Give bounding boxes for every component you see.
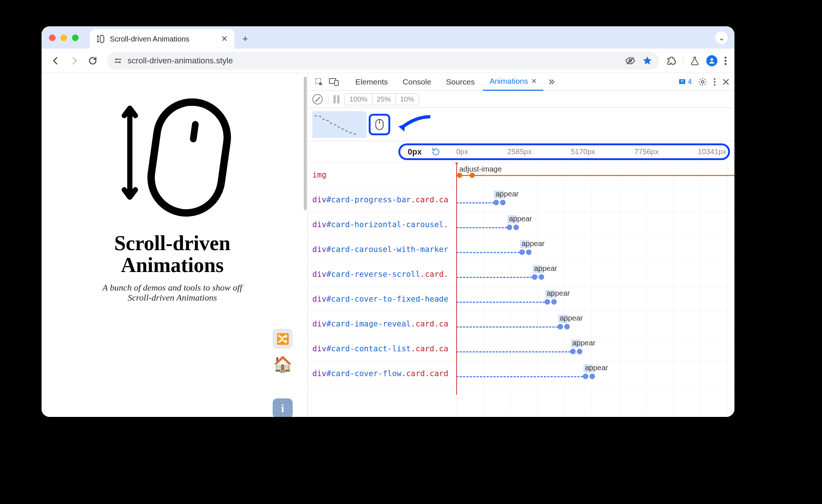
tab-strip: Scroll-driven Animations ✕ + ⌄ — [42, 26, 734, 49]
svg-point-15 — [714, 78, 715, 79]
timeline-row[interactable]: div#card-contact-list.card.caappear — [308, 336, 734, 361]
svg-point-2 — [119, 61, 121, 63]
scrollbar-thumb[interactable] — [304, 77, 307, 210]
scroll-driven-indicator[interactable] — [369, 114, 390, 135]
speed-100[interactable]: 100% — [345, 94, 372, 105]
close-panel-icon[interactable]: ✕ — [531, 77, 537, 85]
address-bar[interactable]: scroll-driven-animations.style — [107, 52, 659, 70]
svg-point-1 — [115, 58, 117, 60]
pause-icon[interactable] — [333, 95, 339, 103]
extensions-icon[interactable] — [667, 56, 676, 66]
timeline-highlight-box: 0px — [398, 143, 730, 160]
tab-animations[interactable]: Animations✕ — [483, 73, 543, 91]
back-button[interactable] — [49, 54, 62, 67]
annotation-arrow-icon — [397, 113, 434, 135]
clear-animations-icon[interactable] — [312, 94, 323, 105]
devtools-tabstrip: Elements Console Sources Animations✕ 4 — [308, 73, 734, 91]
animation-track[interactable]: appear — [456, 287, 734, 311]
animation-name: appear — [547, 289, 570, 298]
toolbar-actions — [667, 55, 727, 66]
element-selector: div#card-cover-to-fixed-heade — [308, 295, 456, 304]
timeline-position: 0px — [408, 147, 422, 157]
svg-rect-13 — [679, 79, 685, 84]
tabs-dropdown-button[interactable]: ⌄ — [715, 32, 728, 44]
animation-name: appear — [496, 190, 519, 198]
home-button[interactable]: 🏠 — [273, 354, 293, 374]
flask-icon[interactable] — [690, 56, 700, 66]
animation-track[interactable]: appear — [456, 312, 734, 336]
timeline-ruler[interactable]: 0px 2585px 5170px 7756px 10341px 0px — [308, 141, 734, 163]
animation-name: appear — [509, 215, 532, 223]
page-scrollbar[interactable] — [303, 73, 308, 417]
animation-name: appear — [560, 314, 583, 322]
page-viewport[interactable]: Scroll-driven Animations A bunch of demo… — [42, 73, 303, 417]
inspect-element-icon[interactable] — [312, 75, 326, 89]
eye-off-icon[interactable] — [625, 56, 635, 66]
animation-name: appear — [534, 264, 557, 273]
speed-25[interactable]: 25% — [372, 94, 396, 105]
browser-tab[interactable]: Scroll-driven Animations ✕ — [90, 29, 234, 49]
element-selector: div#card-carousel-with-marker — [308, 245, 456, 254]
timeline-row[interactable]: div#card-reverse-scroll.card.appear — [308, 262, 734, 287]
animation-name: appear — [522, 239, 545, 248]
page-title-line2: Animations — [121, 253, 224, 276]
animations-toolbar: 100% 25% 10% — [308, 91, 734, 108]
divider — [683, 56, 683, 66]
animation-groups-strip — [308, 108, 734, 141]
new-tab-button[interactable]: + — [237, 30, 254, 47]
timeline-row[interactable]: imgadjust-image — [308, 163, 734, 188]
site-settings-icon[interactable] — [114, 56, 122, 65]
close-window-button[interactable] — [49, 34, 56, 41]
animation-track[interactable]: appear — [456, 262, 734, 286]
element-selector: div#card-reverse-scroll.card. — [308, 270, 456, 279]
tab-sources[interactable]: Sources — [440, 73, 481, 91]
animation-track[interactable]: appear — [456, 336, 734, 361]
timeline-row[interactable]: div#card-carousel-with-markerappear — [308, 237, 734, 262]
minimize-window-button[interactable] — [60, 34, 67, 41]
bookmark-star-icon[interactable] — [642, 56, 652, 66]
devtools-panel: Elements Console Sources Animations✕ 4 1… — [308, 73, 734, 417]
element-selector: div#card-image-reveal.card.ca — [308, 319, 456, 328]
timeline-row[interactable]: div#card-cover-flow.card.cardappear — [308, 361, 734, 386]
messages-badge[interactable]: 4 — [678, 77, 692, 86]
timeline-row[interactable]: div#card-progress-bar.card.caappear — [308, 188, 734, 212]
forward-button[interactable] — [68, 54, 81, 67]
shuffle-button[interactable]: 🔀 — [273, 329, 293, 349]
animation-track[interactable]: appear — [456, 361, 734, 386]
replay-icon[interactable] — [431, 147, 441, 157]
animation-track[interactable]: appear — [456, 212, 734, 237]
playhead[interactable] — [456, 163, 457, 395]
svg-point-6 — [724, 60, 726, 62]
animation-track[interactable]: adjust-image — [456, 163, 734, 187]
speed-10[interactable]: 10% — [396, 94, 419, 105]
animation-track[interactable]: appear — [456, 188, 734, 212]
element-selector: div#card-progress-bar.card.ca — [308, 195, 456, 204]
svg-rect-8 — [147, 97, 232, 218]
timeline-row[interactable]: div#card-image-reveal.card.caappear — [308, 312, 734, 336]
profile-avatar[interactable] — [706, 55, 717, 66]
settings-gear-icon[interactable] — [698, 77, 707, 87]
kebab-menu-icon[interactable] — [724, 56, 727, 66]
svg-point-7 — [724, 63, 726, 65]
element-selector: div#card-horizontal-carousel. — [308, 220, 456, 229]
animation-group-thumbnail[interactable] — [312, 111, 366, 138]
devtools-kebab-icon[interactable] — [713, 77, 716, 86]
playback-speed-group: 100% 25% 10% — [345, 93, 419, 105]
browser-window: Scroll-driven Animations ✕ + ⌄ scroll-dr… — [42, 26, 734, 417]
timeline-row[interactable]: div#card-horizontal-carousel.appear — [308, 212, 734, 237]
element-selector: div#card-contact-list.card.ca — [308, 344, 456, 353]
info-button[interactable]: i — [273, 398, 293, 417]
maximize-window-button[interactable] — [72, 34, 79, 41]
reload-button[interactable] — [86, 54, 99, 67]
device-toggle-icon[interactable] — [327, 75, 341, 89]
timeline-body: imgadjust-imagediv#card-progress-bar.car… — [308, 163, 734, 417]
timeline-row[interactable]: div#card-cover-to-fixed-headeappear — [308, 287, 734, 312]
tab-console[interactable]: Console — [396, 73, 438, 91]
animation-track[interactable]: appear — [456, 237, 734, 262]
close-devtools-icon[interactable] — [722, 78, 730, 86]
more-tabs-icon[interactable] — [545, 75, 558, 89]
page-title: Scroll-driven Animations — [114, 232, 230, 276]
close-tab-icon[interactable]: ✕ — [221, 34, 228, 44]
svg-point-17 — [714, 84, 715, 85]
tab-elements[interactable]: Elements — [349, 73, 395, 91]
